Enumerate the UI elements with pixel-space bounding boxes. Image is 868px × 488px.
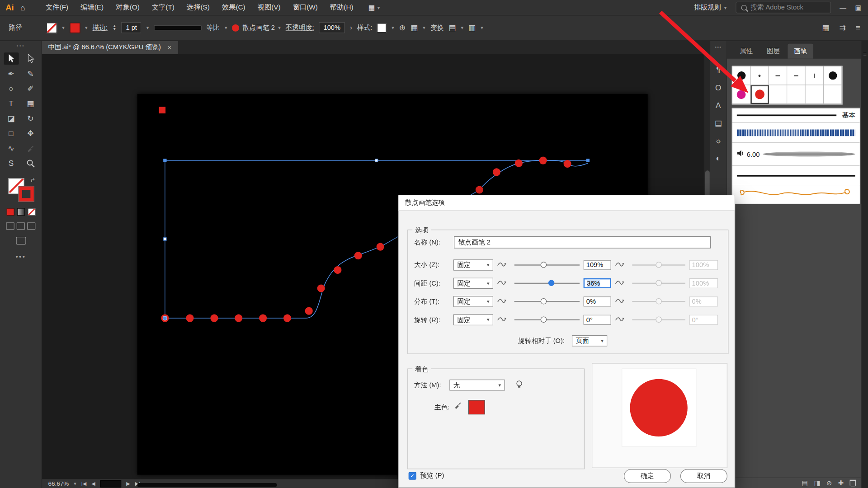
anchor-point[interactable] (586, 159, 589, 162)
menu-item-0[interactable]: 文件(F) (40, 0, 75, 15)
ok-button[interactable]: 确定 (624, 469, 671, 483)
panel-menu-icon[interactable]: ≡ (863, 50, 867, 488)
stroke-swatch[interactable] (70, 23, 80, 33)
rectangle-tool[interactable]: □ (4, 127, 19, 140)
opacity-flyout-icon[interactable]: › (350, 24, 352, 32)
method-select[interactable]: 无▾ (449, 380, 505, 390)
brush-cell[interactable] (806, 66, 824, 85)
paintbrush-tool[interactable]: ✐ (23, 82, 38, 94)
mode-select[interactable]: 固定▾ (453, 259, 493, 270)
brush-cell[interactable] (732, 66, 750, 85)
curvature-tool[interactable]: ✎ (23, 67, 38, 80)
document-arrange-icon[interactable]: ▦▾ (368, 3, 380, 11)
tab-close-icon[interactable]: × (167, 43, 171, 51)
appearance-icon[interactable]: ▤ (715, 114, 722, 131)
value-slider[interactable] (514, 259, 580, 270)
slider-handle[interactable] (541, 316, 547, 322)
pen-tool[interactable]: ✒ (4, 67, 19, 80)
colorization-tips-icon[interactable] (516, 380, 523, 390)
grid-icon[interactable]: ▦ (410, 23, 418, 32)
zoom-caret[interactable]: ▾ (74, 481, 76, 486)
stroke-width-caret[interactable]: ▾ (146, 25, 149, 30)
mode-select[interactable]: 固定▾ (453, 278, 493, 289)
remove-brush-stroke-icon[interactable]: ⊘ (826, 480, 832, 487)
cancel-button[interactable]: 取消 (680, 469, 727, 483)
align-caret[interactable]: ▾ (461, 25, 464, 30)
eyedropper-tool[interactable] (23, 142, 38, 155)
anchor-point[interactable] (164, 159, 166, 162)
fill-caret[interactable]: ▾ (62, 25, 65, 30)
width-profile-preview[interactable] (154, 25, 201, 30)
menu-item-6[interactable]: 视图(V) (251, 0, 287, 15)
next-artboard-icon[interactable]: ▶ (126, 481, 130, 486)
menu-item-5[interactable]: 效果(C) (216, 0, 251, 15)
panel-menu-icon[interactable]: ≡ (856, 23, 860, 32)
libraries-panel-icon[interactable]: ◨ (814, 480, 821, 487)
rotate-tool[interactable]: ↻ (23, 113, 38, 125)
rotation-relative-select[interactable]: 页面▾ (572, 335, 607, 346)
eraser-tool[interactable]: ◪ (4, 113, 19, 125)
mesh-tool[interactable]: ▦ (23, 98, 38, 110)
anchor-point[interactable] (375, 159, 378, 162)
mode-select[interactable]: 固定▾ (453, 296, 493, 307)
brush-cell[interactable] (750, 85, 769, 104)
tools-grip[interactable]: ••• (16, 43, 25, 49)
brush-cell[interactable] (732, 85, 750, 104)
value-field[interactable]: 0% (584, 296, 611, 306)
swap-fill-stroke-icon[interactable]: ⇄ (30, 177, 34, 183)
menu-item-1[interactable]: 编辑(E) (75, 0, 110, 15)
gradient-button[interactable] (17, 208, 24, 216)
character-styles-icon[interactable]: A (715, 96, 722, 114)
stroke-label[interactable]: 描边: (93, 23, 108, 33)
brush-cell[interactable] (787, 85, 805, 104)
style-caret[interactable]: ▾ (392, 25, 394, 30)
value-slider[interactable] (514, 278, 580, 289)
profile-label[interactable]: 等比 (207, 23, 220, 33)
brush-cell[interactable] (769, 85, 787, 104)
key-color-swatch[interactable] (468, 400, 485, 414)
panel-tab-画笔[interactable]: 画笔 (788, 44, 813, 59)
transparency-icon[interactable]: ◐ (715, 150, 722, 167)
selection-tool[interactable] (4, 52, 19, 65)
artboard-nav-field[interactable] (100, 480, 122, 487)
value-field[interactable]: 36% (584, 278, 611, 288)
menu-item-4[interactable]: 选择(S) (180, 0, 216, 15)
menu-item-7[interactable]: 窗口(W) (287, 0, 324, 15)
new-brush-icon[interactable]: ✚ (838, 480, 844, 487)
anchor-point[interactable] (164, 238, 166, 240)
brush-cell[interactable] (824, 66, 842, 85)
brush-squiggle[interactable] (732, 185, 860, 203)
dock-grip[interactable]: ••• (715, 44, 722, 50)
direct-selection-tool[interactable] (23, 52, 38, 65)
brush-cell[interactable] (824, 85, 842, 104)
restore-icon[interactable]: ▣ (855, 4, 861, 11)
draw-normal-icon[interactable] (6, 222, 14, 230)
value-field[interactable]: 0° (584, 315, 611, 325)
document-tab[interactable]: 中国.ai* @ 66.67% (CMYK/GPU 预览) × (42, 40, 179, 54)
grid-caret[interactable]: ▾ (423, 25, 425, 30)
panel-tab-图层[interactable]: 图层 (760, 44, 786, 59)
align-icon[interactable]: ▤ (448, 23, 456, 32)
fill-swatch[interactable] (47, 23, 57, 33)
first-artboard-icon[interactable]: |◀ (81, 481, 86, 486)
style-swatch[interactable] (377, 23, 387, 33)
delete-brush-icon[interactable] (850, 480, 856, 487)
brush-cell[interactable] (769, 66, 787, 85)
transform-label[interactable]: 变换 (430, 23, 443, 33)
slider-handle[interactable] (548, 280, 554, 286)
slider-track[interactable] (514, 283, 580, 284)
distribute-caret[interactable]: ▾ (481, 25, 483, 30)
scale-tool[interactable]: ✥ (23, 127, 38, 140)
menu-item-8[interactable]: 帮助(H) (324, 0, 359, 15)
color-button[interactable] (6, 208, 14, 216)
brush-basic[interactable]: 基本 (732, 108, 860, 123)
brush-name-input[interactable]: 散点画笔 2 (454, 236, 711, 249)
slider-handle[interactable] (541, 298, 547, 304)
flow-icon[interactable]: ⇉ (839, 23, 845, 32)
columns-icon[interactable]: ▦ (822, 23, 829, 32)
stroke-color-swatch[interactable] (19, 187, 33, 202)
menu-item-2[interactable]: 对象(O) (110, 0, 146, 15)
zoom-level[interactable]: 66.67% (48, 480, 69, 487)
dialog-title[interactable]: 散点画笔选项 (399, 195, 735, 211)
anchor-point[interactable] (164, 317, 166, 319)
